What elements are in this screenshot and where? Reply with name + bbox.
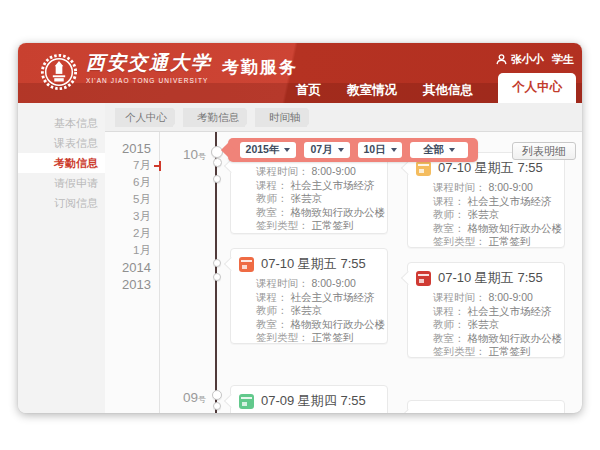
page: 西安交通大学 XI'AN JIAO TONG UNIVERSITY 考勤服务 张… (0, 0, 600, 450)
field-label: 签到类型： (256, 331, 309, 343)
field-value: 正常签到 (312, 331, 354, 343)
timeline-dot (213, 158, 222, 167)
card-header: 07-09 星期四 7:55 (239, 392, 379, 410)
user-role: 学生 (552, 52, 574, 67)
field-value: 正常签到 (489, 345, 531, 357)
day-number: 10 (183, 147, 198, 162)
field-value: 社会主义市场经济 (291, 291, 375, 303)
field-label: 教室： (433, 222, 465, 234)
field-row: 教师：张芸京 (433, 318, 556, 332)
nav-tab-personal-center[interactable]: 个人中心 (498, 73, 576, 103)
timeline-nav-mar[interactable]: 3月 (105, 208, 159, 225)
timeline-dot (213, 259, 221, 267)
sidebar-item-attendance-info[interactable]: 考勤信息 (18, 153, 105, 173)
user-info[interactable]: 张小小 学生 (496, 52, 574, 67)
field-row: 签到类型：正常签到 (433, 345, 556, 359)
field-row: 课程：社会主义市场经济 (256, 179, 379, 193)
nav-item-other-info[interactable]: 其他信息 (410, 82, 486, 99)
field-label: 课程时间： (256, 165, 309, 177)
field-value: 格物致知行政办公楼 (468, 222, 563, 234)
field-row: 课程时间：8:00-9:00 (433, 291, 556, 305)
month-select[interactable]: 07月 (304, 142, 350, 158)
field-row: 教室：格物致知行政办公楼 (433, 332, 556, 346)
app-header: 西安交通大学 XI'AN JIAO TONG UNIVERSITY 考勤服务 张… (18, 43, 582, 103)
field-row: 教师：张芸京 (256, 192, 379, 206)
nav-item-home[interactable]: 首页 (283, 82, 334, 99)
field-row: 签到类型：正常签到 (256, 331, 379, 345)
timeline-nav-jul[interactable]: 7月 (105, 157, 159, 174)
timeline-nav-2015[interactable]: 2015 (105, 140, 159, 157)
list-detail-button[interactable]: 列表明细 (512, 142, 576, 160)
sidebar-item-subscription-info[interactable]: 订阅信息 (18, 193, 105, 213)
attendance-card[interactable]: 课程时间：8:00-9:00 课程：社会主义市场经济 教师：张芸京 教室：格物致… (230, 150, 388, 234)
sidebar-item-schedule-info[interactable]: 课表信息 (18, 133, 105, 153)
attendance-card[interactable]: 07-10 星期五 7:55 课程时间：8:00-9:00 课程：社会主义市场经… (407, 152, 565, 248)
field-label: 课程时间： (433, 291, 486, 303)
year-select-value: 2015年 (246, 143, 280, 157)
breadcrumb-attendance-info[interactable]: 考勤信息 (183, 108, 245, 127)
field-row: 签到类型：正常签到 (433, 235, 556, 249)
sidebar-item-leave-request[interactable]: 请假申请 (18, 173, 105, 193)
timeline-nav-may[interactable]: 5月 (105, 191, 159, 208)
field-label: 教师： (433, 208, 465, 220)
field-row: 教室：格物致知行政办公楼 (256, 206, 379, 220)
field-value: 格物致知行政办公楼 (291, 318, 386, 330)
timeline-nav-jun[interactable]: 6月 (105, 174, 159, 191)
field-value: 格物致知行政办公楼 (468, 332, 563, 344)
breadcrumb-personal-center[interactable]: 个人中心 (115, 108, 173, 127)
sidebar-item-basic-info[interactable]: 基本信息 (18, 113, 105, 133)
sidebar: 基本信息 课表信息 考勤信息 请假申请 订阅信息 (18, 103, 105, 413)
chevron-down-icon (284, 148, 290, 152)
attendance-card[interactable]: 07-10 星期五 7:55 课程时间：8:00-9:00 课程：社会主义市场经… (407, 262, 565, 358)
user-name: 张小小 (511, 52, 544, 67)
timeline-nav-2013[interactable]: 2013 (105, 276, 159, 293)
timeline-nav-2014[interactable]: 2014 (105, 259, 159, 276)
university-logo-icon (40, 53, 78, 91)
field-row: 课程：社会主义市场经济 (433, 305, 556, 319)
attendance-card[interactable]: 07-10 星期五 7:55 课程时间：8:00-9:00 课程：社会主义市场经… (230, 248, 388, 344)
timeline-nav-feb[interactable]: 2月 (105, 225, 159, 242)
field-label: 课程： (256, 179, 288, 191)
field-row: 课程：社会主义市场经济 (256, 291, 379, 305)
calendar-icon (239, 394, 254, 409)
card-fields: 课程时间：8:00-9:00 课程：社会主义市场经济 教师：张芸京 教室：格物致… (433, 291, 556, 359)
nav-item-classrooms[interactable]: 教室情况 (334, 82, 410, 99)
field-value: 社会主义市场经济 (468, 305, 552, 317)
day-select[interactable]: 10日 (358, 142, 402, 158)
timeline-nav-jan[interactable]: 1月 (105, 242, 159, 259)
field-label: 课程： (433, 305, 465, 317)
timeline-area: 10号 09号 2015年 07月 10日 全部 列表明细 课程时间：8:00-… (160, 132, 582, 413)
user-icon (496, 54, 507, 65)
field-label: 教师： (433, 318, 465, 330)
breadcrumb-timeline[interactable]: 时间轴 (255, 108, 307, 127)
field-value: 8:00-9:00 (312, 277, 356, 289)
timeline-nav-jul-label: 7月 (133, 159, 151, 171)
attendance-card[interactable]: 07-09 星期四 7:55 (230, 385, 388, 413)
category-select[interactable]: 全部 (410, 142, 468, 158)
field-row: 教师：张芸京 (256, 304, 379, 318)
card-date: 07-10 星期五 7:55 (261, 255, 366, 273)
app-window: 西安交通大学 XI'AN JIAO TONG UNIVERSITY 考勤服务 张… (18, 43, 582, 413)
field-value: 8:00-9:00 (312, 165, 356, 177)
breadcrumb-bar: 个人中心 考勤信息 时间轴 (105, 103, 582, 132)
attendance-card-partial[interactable] (407, 400, 565, 413)
card-fields: 课程时间：8:00-9:00 课程：社会主义市场经济 教师：张芸京 教室：格物致… (256, 165, 379, 233)
timeline-year-month-nav: 2015 7月 6月 5月 3月 2月 1月 2014 2013 (105, 132, 160, 413)
field-value: 社会主义市场经济 (468, 195, 552, 207)
field-row: 教室：格物致知行政办公楼 (256, 318, 379, 332)
brand-area: 西安交通大学 XI'AN JIAO TONG UNIVERSITY 考勤服务 (40, 51, 298, 91)
field-value: 8:00-9:00 (489, 291, 533, 303)
field-label: 教师： (256, 304, 288, 316)
field-value: 张芸京 (468, 318, 500, 330)
card-date: 07-09 星期四 7:55 (261, 392, 366, 410)
field-label: 教室： (256, 206, 288, 218)
university-name: 西安交通大学 XI'AN JIAO TONG UNIVERSITY (86, 51, 212, 84)
chevron-down-icon (449, 148, 455, 152)
year-select[interactable]: 2015年 (240, 142, 296, 158)
chevron-down-icon (391, 148, 397, 152)
field-label: 课程时间： (433, 181, 486, 193)
field-value: 格物致知行政办公楼 (291, 206, 386, 218)
date-filter-bubble: 2015年 07月 10日 全部 (228, 138, 478, 162)
main-nav: 首页 教室情况 其他信息 个人中心 (283, 73, 576, 103)
field-row: 课程：社会主义市场经济 (433, 195, 556, 209)
